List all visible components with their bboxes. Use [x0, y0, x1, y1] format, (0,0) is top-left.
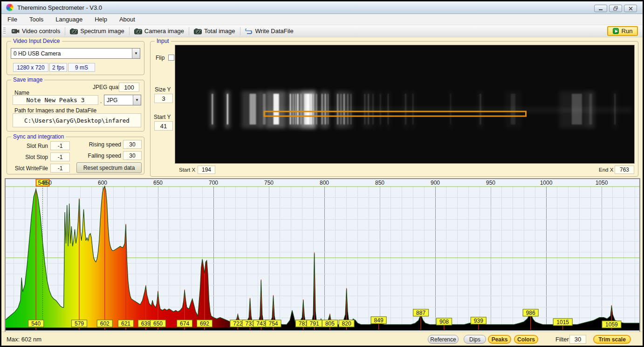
spectral-line [297, 94, 298, 125]
sync-group-label: Sync and integration [11, 133, 66, 140]
toolbar-write-datafile[interactable]: Write DataFile [241, 27, 297, 35]
spectral-line [373, 94, 374, 125]
peak-label: 674 [177, 320, 192, 327]
resolution-value: 1280 x 720 [13, 63, 48, 72]
svg-text:743: 743 [256, 320, 266, 327]
toolbar-grip [3, 28, 6, 35]
filter-field[interactable]: 30 [569, 335, 586, 344]
spectral-line [614, 94, 616, 125]
menu-help[interactable]: Help [89, 14, 113, 24]
peak-label: 887 [413, 309, 429, 316]
framerate-value: 2 fps [49, 63, 67, 72]
end-x-field[interactable]: 763 [615, 166, 634, 174]
x-axis-tick-label: 700 [209, 180, 218, 186]
svg-text:692: 692 [200, 320, 209, 327]
extension-select[interactable]: JPG ▼ [104, 95, 141, 105]
flip-label: Flip [156, 55, 164, 61]
jpeg-quality-field[interactable]: 100 [119, 83, 139, 92]
path-field[interactable]: C:\Users\GaryG\Desktop\infared [13, 113, 141, 127]
spectral-line [511, 94, 515, 125]
camera-icon [134, 28, 142, 35]
slot-run-field[interactable]: -1 [50, 141, 70, 150]
video-device-select[interactable]: 0 HD USB Camera ▼ [11, 48, 140, 59]
app-icon [6, 4, 14, 11]
slot-run-label: Slot Run [7, 143, 48, 149]
toolbar-video-controls[interactable]: Video controls [8, 27, 64, 35]
name-field[interactable]: Note New Peaks 3 [13, 95, 98, 105]
svg-text:939: 939 [474, 318, 483, 324]
x-axis-tick-label: 750 [264, 180, 274, 186]
peak-label: 579 [72, 320, 87, 327]
svg-text:1015: 1015 [556, 319, 569, 326]
start-y-label: Start Y [154, 114, 171, 120]
title-bar: Theremino Spectrometer - V3.0 [1, 1, 643, 14]
falling-speed-field[interactable]: 30 [123, 151, 142, 160]
svg-text:639: 639 [141, 320, 151, 327]
status-bar: Max: 602 nm Reference Dips Peaks Colors … [1, 332, 643, 346]
peak-label: 986 [523, 309, 538, 316]
spectral-line [412, 94, 413, 125]
colors-button[interactable]: Colors [514, 335, 538, 344]
spectrum-chart[interactable]: 5465506006507007508008509009501000105054… [5, 179, 640, 334]
spectral-line [343, 94, 345, 125]
svg-text:986: 986 [526, 310, 535, 316]
slot-writefile-field[interactable]: -1 [50, 164, 70, 173]
spectral-line [212, 94, 213, 125]
menu-language[interactable]: Language [49, 14, 89, 24]
toolbar-camera-image[interactable]: Camera image [130, 27, 188, 35]
peak-label: 849 [371, 317, 386, 324]
menu-about[interactable]: About [113, 14, 141, 24]
close-icon [629, 7, 633, 11]
x-axis-tick-label: 600 [98, 180, 107, 186]
filter-label: Filter [555, 336, 569, 343]
path-label: Path for Images and the DataFile [14, 107, 96, 114]
peak-label: 1015 [553, 319, 572, 326]
start-x-field[interactable]: 194 [198, 166, 215, 174]
chevron-down-icon: ▼ [132, 49, 140, 58]
spectral-line [405, 94, 406, 125]
x-axis-tick-label: 1050 [596, 180, 608, 186]
svg-text:805: 805 [325, 320, 335, 327]
spectral-line [310, 94, 312, 125]
peak-label: 621 [118, 320, 133, 327]
minimize-button[interactable] [594, 5, 607, 12]
start-y-field[interactable]: 41 [154, 121, 173, 131]
spectral-line [227, 94, 228, 125]
flip-checkbox[interactable] [168, 55, 174, 61]
run-button[interactable]: Run [607, 26, 638, 36]
svg-text:754: 754 [269, 320, 278, 327]
spectral-line [337, 94, 338, 125]
video-controls-icon [12, 28, 20, 35]
rising-speed-field[interactable]: 30 [123, 140, 142, 149]
minimize-icon [598, 7, 603, 11]
menu-file[interactable]: File [1, 14, 23, 24]
slot-stop-field[interactable]: -1 [50, 153, 70, 161]
spectral-line [368, 94, 369, 125]
svg-text:887: 887 [416, 310, 425, 316]
toolbar-spectrum-image[interactable]: Spectrum image [66, 27, 128, 35]
svg-text:650: 650 [153, 320, 163, 327]
peaks-button[interactable]: Peaks [488, 335, 511, 344]
x-axis-tick-label: 850 [375, 180, 384, 186]
spectral-line [480, 94, 481, 125]
spectral-line [572, 94, 582, 125]
svg-text:674: 674 [180, 320, 189, 327]
rising-speed-label: Rising speed [77, 141, 121, 148]
size-y-field[interactable]: 3 [154, 94, 173, 103]
restore-button[interactable] [609, 5, 622, 12]
peak-label: 939 [471, 317, 486, 324]
menu-tools[interactable]: Tools [23, 14, 49, 24]
reset-spectrum-button[interactable]: Reset spectrum data [76, 162, 142, 173]
svg-text:908: 908 [439, 319, 449, 325]
toolbar-total-image[interactable]: Total image [190, 27, 239, 35]
trim-scale-button[interactable]: Trim scale [593, 335, 631, 344]
sync-group: Sync and integration Slot Run -1 Slot St… [7, 137, 144, 174]
close-button[interactable] [624, 5, 637, 12]
save-image-group-label: Save image [11, 76, 44, 83]
reference-button[interactable]: Reference [428, 335, 459, 344]
peak-label: 754 [266, 320, 281, 327]
dips-button[interactable]: Dips [464, 335, 486, 344]
x-axis-tick-label: 650 [153, 180, 163, 186]
spectral-line [589, 94, 592, 125]
spectral-line [341, 94, 342, 125]
